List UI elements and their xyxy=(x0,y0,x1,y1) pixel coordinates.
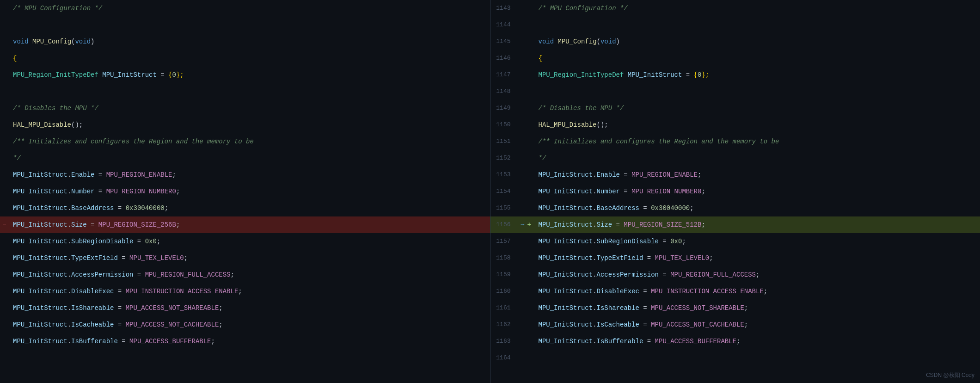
line-content: MPU_InitStruct.SubRegionDisable = 0x0; xyxy=(9,233,490,250)
code-token: 0x30040000 xyxy=(651,204,690,212)
line-gutter xyxy=(0,283,9,300)
code-token: = xyxy=(114,204,125,212)
code-token: MPU_InitStruct xyxy=(13,288,67,295)
line-number: 1154 xyxy=(490,183,518,200)
code-token: MPU_REGION_ENABLE xyxy=(106,171,172,179)
code-token: MPU_InitStruct xyxy=(13,221,67,229)
diff-suffix xyxy=(527,350,535,366)
diff-suffix xyxy=(527,316,535,333)
diff-suffix xyxy=(527,67,535,83)
line-content: MPU_InitStruct.BaseAddress = 0x30040000; xyxy=(535,200,980,216)
line-row: MPU_InitStruct.Number = MPU_REGION_NUMBE… xyxy=(0,183,490,200)
code-token: MPU_REGION_FULL_ACCESS xyxy=(145,271,231,278)
code-token: . xyxy=(593,288,596,295)
diff-suffix xyxy=(527,250,535,266)
code-token: MPU_InitStruct xyxy=(624,71,686,79)
code-token: MPU_InitStruct xyxy=(539,271,593,278)
code-token: MPU_InitStruct xyxy=(13,338,67,345)
code-token: Enable xyxy=(71,171,94,179)
line-content: MPU_InitStruct.DisableExec = MPU_INSTRUC… xyxy=(535,283,980,300)
code-token: . xyxy=(593,304,596,312)
code-token: MPU_REGION_SIZE_512B xyxy=(624,221,701,229)
code-token: ; xyxy=(744,304,748,312)
code-token: . xyxy=(67,238,71,245)
line-content: MPU_InitStruct.IsShareable = MPU_ACCESS_… xyxy=(9,300,490,316)
code-token: . xyxy=(67,271,71,278)
code-token: MPU_ACCESS_NOT_SHAREABLE xyxy=(126,304,219,312)
code-token: ; xyxy=(756,271,760,278)
line-content: MPU_InitStruct.IsBufferable = MPU_ACCESS… xyxy=(535,333,980,350)
code-token: = xyxy=(94,171,106,179)
line-gutter xyxy=(518,333,527,350)
line-row: MPU_InitStruct.AccessPermission = MPU_RE… xyxy=(0,266,490,283)
code-token: Size xyxy=(597,221,612,229)
code-token: ; xyxy=(701,221,705,229)
code-token: }; xyxy=(701,71,709,79)
code-token: /* MPU Configuration */ xyxy=(13,5,102,12)
line-row: MPU_InitStruct.DisableExec = MPU_INSTRUC… xyxy=(0,283,490,300)
line-number: 1156 xyxy=(490,216,518,233)
code-token: MPU_InitStruct xyxy=(13,204,67,212)
line-content: HAL_MPU_Disable(); xyxy=(9,117,490,133)
line-number: 1162 xyxy=(490,316,518,333)
code-token: = xyxy=(118,338,129,345)
code-token: = xyxy=(133,238,145,245)
code-token: AccessPermission xyxy=(597,271,659,278)
code-token: DisableExec xyxy=(71,288,114,295)
line-gutter xyxy=(518,83,527,100)
line-row: MPU_InitStruct.IsBufferable = MPU_ACCESS… xyxy=(0,333,490,350)
line-content: MPU_InitStruct.Number = MPU_REGION_NUMBE… xyxy=(9,183,490,200)
line-content xyxy=(535,350,980,366)
code-token: . xyxy=(67,338,71,345)
line-row xyxy=(0,17,490,33)
line-gutter xyxy=(518,283,527,300)
line-row: 1156→+ MPU_InitStruct.Size = MPU_REGION_… xyxy=(490,216,980,233)
code-token: ; xyxy=(165,204,168,212)
code-token: MPU_Region_InitTypeDef xyxy=(13,71,98,79)
line-gutter xyxy=(0,150,9,167)
left-pane: /* MPU Configuration */void MPU_Config(v… xyxy=(0,0,490,383)
code-token: /** Initializes and configures the Regio… xyxy=(539,138,779,145)
line-gutter xyxy=(518,117,527,133)
line-gutter xyxy=(0,333,9,350)
line-row: 1153 MPU_InitStruct.Enable = MPU_REGION_… xyxy=(490,167,980,183)
line-gutter xyxy=(518,233,527,250)
code-token: = xyxy=(659,238,670,245)
code-token: void xyxy=(600,38,616,45)
code-token: /** Initializes and configures the Regio… xyxy=(13,138,254,145)
line-gutter xyxy=(518,133,527,150)
line-number: 1161 xyxy=(490,300,518,316)
code-token: . xyxy=(67,254,71,262)
line-gutter xyxy=(0,67,9,83)
line-row: { xyxy=(0,50,490,67)
code-token: = xyxy=(94,188,106,195)
line-row: void MPU_Config(void) xyxy=(0,33,490,50)
line-content: */ xyxy=(9,150,490,167)
line-row: MPU_InitStruct.IsCacheable = MPU_ACCESS_… xyxy=(0,316,490,333)
line-content xyxy=(535,83,980,100)
code-token: IsShareable xyxy=(597,304,639,312)
line-gutter xyxy=(518,316,527,333)
code-token: 0x0 xyxy=(145,238,157,245)
line-number: 1143 xyxy=(490,0,518,17)
code-token: ; xyxy=(709,254,713,262)
code-token: ; xyxy=(157,238,160,245)
code-token: MPU_InitStruct xyxy=(13,271,67,278)
line-number: 1163 xyxy=(490,333,518,350)
code-token: ) xyxy=(91,38,94,45)
line-row: 1143/* MPU Configuration */ xyxy=(490,0,980,17)
diff-suffix xyxy=(527,100,535,117)
code-token: Number xyxy=(597,188,620,195)
code-token: MPU_ACCESS_BUFFERABLE xyxy=(655,338,736,345)
code-token: MPU_InitStruct xyxy=(539,288,593,295)
line-row: 1146{ xyxy=(490,50,980,67)
line-number: 1158 xyxy=(490,250,518,266)
code-token: ; xyxy=(219,321,222,328)
code-token: IsBufferable xyxy=(597,338,643,345)
code-token: = xyxy=(114,288,125,295)
code-token: MPU_InitStruct xyxy=(539,238,593,245)
line-row: HAL_MPU_Disable(); xyxy=(0,117,490,133)
code-token: = xyxy=(659,271,670,278)
line-row: 1159 MPU_InitStruct.AccessPermission = M… xyxy=(490,266,980,283)
code-token: MPU_InitStruct xyxy=(13,304,67,312)
